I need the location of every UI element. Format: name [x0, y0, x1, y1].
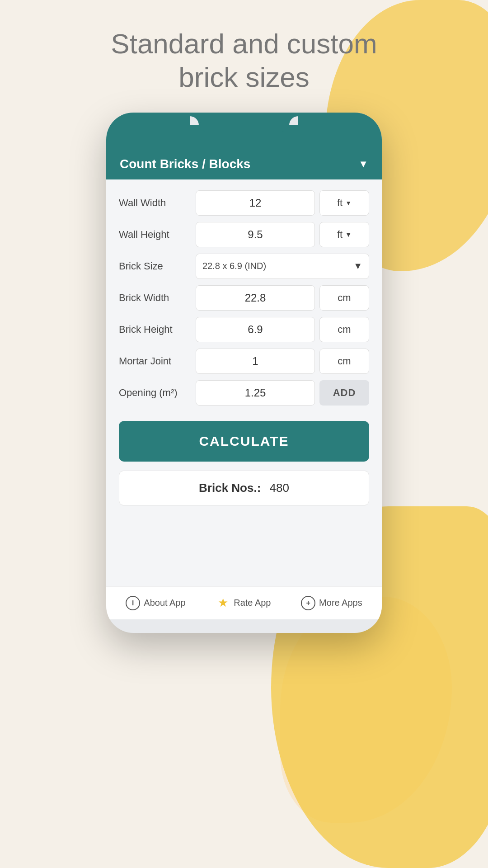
more-apps-button[interactable]: + More Apps: [301, 596, 362, 610]
wall-height-row: Wall Height ft ▼: [119, 222, 369, 247]
brick-size-dropdown[interactable]: 22.8 x 6.9 (IND) ▼: [196, 254, 369, 279]
brick-width-input[interactable]: [196, 285, 315, 311]
wall-width-unit-dropdown[interactable]: ft ▼: [319, 190, 369, 216]
phone-top: [106, 113, 382, 149]
wall-height-unit-dropdown[interactable]: ft ▼: [319, 222, 369, 247]
brick-height-input[interactable]: [196, 317, 315, 342]
opening-row: Opening (m²) ADD: [119, 380, 369, 406]
phone-frame: Count Bricks / Blocks ▼ Wall Width ft ▼ …: [106, 113, 382, 633]
bottom-nav: i About App ★ Rate App + More Apps: [106, 586, 382, 619]
brick-size-row: Brick Size 22.8 x 6.9 (IND) ▼: [119, 254, 369, 279]
brick-height-unit: cm: [319, 317, 369, 342]
brick-height-row: Brick Height cm: [119, 317, 369, 342]
plus-icon: +: [301, 596, 315, 610]
wall-height-label: Wall Height: [119, 229, 191, 241]
unit-chevron-icon: ▼: [345, 231, 352, 238]
brick-width-unit: cm: [319, 285, 369, 311]
brick-width-row: Brick Width cm: [119, 285, 369, 311]
mortar-joint-input[interactable]: [196, 349, 315, 374]
app-header-title: Count Bricks / Blocks: [120, 157, 250, 171]
brick-width-label: Brick Width: [119, 292, 191, 304]
phone-notch: [199, 116, 289, 132]
brick-height-label: Brick Height: [119, 324, 191, 335]
result-label: Brick Nos.:: [199, 481, 261, 495]
rate-app-button[interactable]: ★ Rate App: [216, 596, 271, 610]
wall-width-label: Wall Width: [119, 197, 191, 209]
star-icon: ★: [216, 596, 230, 610]
mortar-joint-row: Mortar Joint cm: [119, 349, 369, 374]
app-content: Wall Width ft ▼ Wall Height ft ▼ Brick S…: [106, 179, 382, 586]
wall-width-input[interactable]: [196, 190, 315, 216]
dropdown-chevron-icon: ▼: [358, 158, 368, 170]
add-button[interactable]: ADD: [319, 380, 369, 406]
about-app-button[interactable]: i About App: [126, 596, 185, 610]
brick-size-label: Brick Size: [119, 260, 191, 272]
result-box: Brick Nos.: 480: [119, 471, 369, 505]
mortar-joint-unit: cm: [319, 349, 369, 374]
wall-width-row: Wall Width ft ▼: [119, 190, 369, 216]
mortar-joint-label: Mortar Joint: [119, 355, 191, 367]
opening-label: Opening (m²): [119, 387, 191, 399]
page-title: Standard and custom brick sizes: [0, 0, 488, 113]
app-header[interactable]: Count Bricks / Blocks ▼: [106, 149, 382, 179]
calculate-button[interactable]: CALCULATE: [119, 421, 369, 462]
wall-height-input[interactable]: [196, 222, 315, 247]
unit-chevron-icon: ▼: [345, 199, 352, 207]
opening-input[interactable]: [196, 380, 315, 406]
info-icon: i: [126, 596, 140, 610]
result-value: 480: [270, 481, 289, 495]
brick-size-chevron-icon: ▼: [353, 261, 362, 271]
